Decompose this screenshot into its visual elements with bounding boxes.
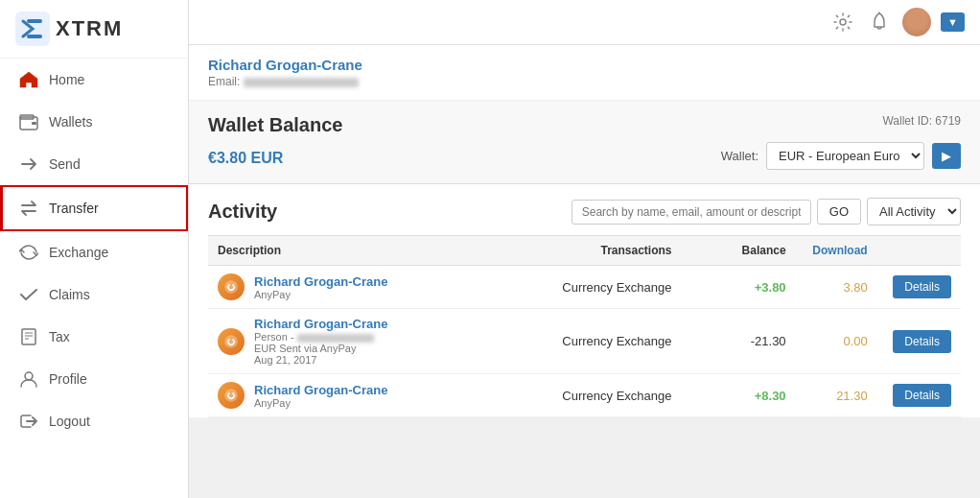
activity-filter-select[interactable]: All Activity Received Sent <box>867 198 961 225</box>
search-input[interactable] <box>572 200 811 225</box>
svg-point-17 <box>228 339 230 341</box>
profile-icon <box>18 368 39 390</box>
row2-transaction: -21.30 <box>682 309 796 374</box>
profile-email: Email: <box>208 75 961 88</box>
row2-action: Details <box>877 309 961 374</box>
svg-point-16 <box>224 335 238 348</box>
wallet-select[interactable]: EUR - European Euro USD - US Dollar GBP … <box>766 142 924 170</box>
exchange-icon <box>18 242 39 263</box>
sidebar-item-logout-label: Logout <box>49 414 90 429</box>
tax-icon <box>18 326 39 347</box>
sidebar-item-send[interactable]: Send <box>0 143 188 185</box>
sidebar-item-claims[interactable]: Claims <box>0 273 188 316</box>
svg-point-21 <box>232 392 234 394</box>
row2-balance: 0.00 <box>796 309 877 374</box>
logo-text: XTRM <box>56 16 123 41</box>
wallets-icon <box>18 111 39 132</box>
sidebar-item-home[interactable]: Home <box>0 59 188 101</box>
sidebar-item-send-label: Send <box>49 156 81 172</box>
svg-point-18 <box>232 339 234 341</box>
activity-header: Activity GO All Activity Received Sent <box>208 198 961 225</box>
activity-section: Activity GO All Activity Received Sent D… <box>189 184 980 417</box>
avatar[interactable] <box>902 8 931 36</box>
col-header-description: Description <box>208 236 534 266</box>
sidebar-item-exchange-label: Exchange <box>49 245 108 260</box>
row1-balance: 3.80 <box>796 266 877 309</box>
wallet-balance-amount: €3.80 EUR <box>208 150 283 167</box>
row3-transaction: +8.30 <box>682 374 796 417</box>
sidebar-item-wallets[interactable]: Wallets <box>0 101 188 143</box>
row2-name: Richard Grogan-Crane <box>254 317 387 331</box>
table-row: Richard Grogan-Crane Person - EUR Sent v… <box>208 309 961 374</box>
row3-sender: Richard Grogan-Crane AnyPay <box>208 374 534 417</box>
row1-sender: Richard Grogan-Crane AnyPay <box>208 266 534 309</box>
svg-rect-2 <box>27 35 42 38</box>
email-value-blurred <box>244 78 359 87</box>
wallet-selector-label: Wallet: <box>721 149 758 163</box>
sidebar-item-tax-label: Tax <box>49 329 70 344</box>
row1-action: Details <box>877 266 961 309</box>
activity-title: Activity <box>208 201 277 223</box>
bell-icon[interactable] <box>866 9 893 36</box>
row1-name: Richard Grogan-Crane <box>254 274 387 289</box>
transfer-icon <box>18 198 39 219</box>
svg-point-20 <box>228 392 230 394</box>
row3-sub: AnyPay <box>254 397 387 409</box>
logo-icon <box>15 12 50 46</box>
col-header-transactions: Transactions <box>534 236 681 266</box>
activity-table: Description Transactions Balance Downloa… <box>208 235 961 417</box>
go-button[interactable]: GO <box>817 199 861 225</box>
row3-name: Richard Grogan-Crane <box>254 383 387 397</box>
nav-menu: Home Wallets Send <box>0 59 188 442</box>
main-content: ▼ Richard Grogan-Crane Email: Wallet Bal… <box>189 0 980 498</box>
wallet-go-button[interactable]: ▶ <box>932 143 961 169</box>
topbar: ▼ <box>189 0 980 45</box>
row2-description: Currency Exchange <box>534 309 681 374</box>
sidebar: XTRM Home Wallets <box>0 0 189 498</box>
row1-details-button[interactable]: Details <box>893 275 951 298</box>
svg-rect-5 <box>32 122 36 125</box>
row1-description: Currency Exchange <box>534 266 681 309</box>
svg-point-13 <box>224 280 238 294</box>
profile-name: Richard Grogan-Crane <box>208 57 961 73</box>
svg-point-15 <box>232 284 234 286</box>
svg-point-11 <box>840 19 846 25</box>
sidebar-item-tax[interactable]: Tax <box>0 316 188 358</box>
svg-point-14 <box>228 284 230 286</box>
row3-action: Details <box>877 374 961 417</box>
sidebar-item-logout[interactable]: Logout <box>0 400 188 442</box>
download-link[interactable]: Download <box>812 244 867 257</box>
row2-details-button[interactable]: Details <box>893 330 951 353</box>
row2-sender: Richard Grogan-Crane Person - EUR Sent v… <box>208 309 534 374</box>
row2-sub3: Aug 21, 2017 <box>254 354 387 366</box>
row1-sub: AnyPay <box>254 289 387 300</box>
sidebar-item-exchange[interactable]: Exchange <box>0 231 188 273</box>
row2-tx-icon <box>218 328 245 355</box>
settings-icon[interactable] <box>829 9 856 36</box>
wallet-controls: Wallet: EUR - European Euro USD - US Dol… <box>721 142 961 170</box>
logo-area: XTRM <box>0 0 188 59</box>
logout-icon <box>18 411 39 432</box>
sidebar-item-profile-label: Profile <box>49 371 87 387</box>
claims-icon <box>18 284 39 305</box>
sidebar-item-wallets-label: Wallets <box>49 114 92 130</box>
wallet-balance-section: Wallet Balance Wallet ID: 6719 €3.80 EUR… <box>189 101 980 184</box>
sidebar-item-claims-label: Claims <box>49 287 90 302</box>
sidebar-item-home-label: Home <box>49 72 84 87</box>
col-header-balance: Balance <box>682 236 796 266</box>
col-header-action <box>877 236 961 266</box>
svg-point-10 <box>25 372 33 380</box>
row3-description: Currency Exchange <box>534 374 681 417</box>
wallet-id: Wallet ID: 6719 <box>882 114 961 128</box>
svg-point-19 <box>224 389 238 402</box>
wallet-balance-title: Wallet Balance <box>208 114 342 136</box>
row3-details-button[interactable]: Details <box>893 384 951 407</box>
sidebar-item-profile[interactable]: Profile <box>0 358 188 400</box>
sidebar-item-transfer[interactable]: Transfer <box>0 185 188 231</box>
col-header-download: Download <box>796 236 877 266</box>
activity-controls: GO All Activity Received Sent <box>572 198 961 225</box>
table-row: Richard Grogan-Crane AnyPay Currency Exc… <box>208 266 961 309</box>
user-dropdown-button[interactable]: ▼ <box>941 12 965 32</box>
row2-sub: Person - <box>254 331 387 343</box>
row3-tx-icon <box>218 382 245 409</box>
